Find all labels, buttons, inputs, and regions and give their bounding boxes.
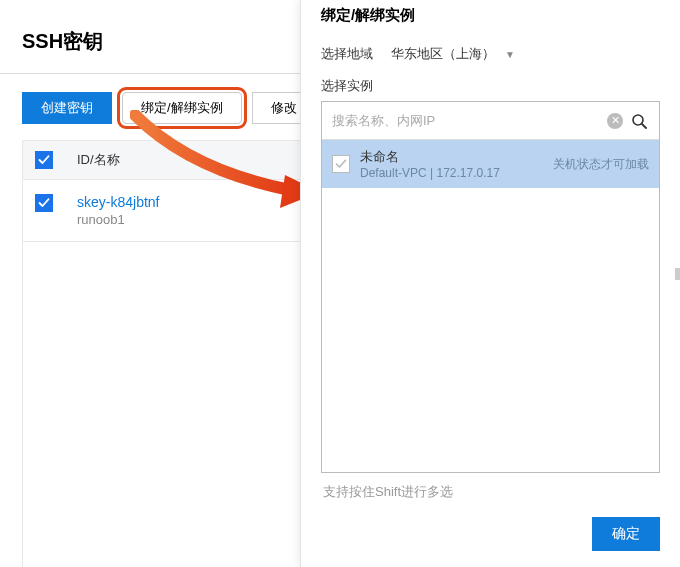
key-name: runoob1	[77, 212, 159, 227]
shift-hint: 支持按住Shift进行多选	[321, 473, 660, 501]
instance-name: 未命名	[360, 148, 553, 166]
clear-search-button[interactable]: ✕	[603, 109, 627, 133]
search-row: ✕	[322, 102, 659, 140]
bind-panel: 绑定/解绑实例 选择地域 华东地区（上海） ▼ 选择实例 ✕	[300, 0, 680, 567]
instance-section-label: 选择实例	[321, 71, 660, 101]
search-button[interactable]	[627, 109, 651, 133]
svg-line-2	[642, 124, 646, 128]
region-value: 华东地区（上海）	[391, 45, 495, 63]
search-input[interactable]	[332, 113, 603, 128]
key-id-link[interactable]: skey-k84jbtnf	[77, 194, 159, 210]
region-row: 选择地域 华东地区（上海） ▼	[321, 37, 660, 71]
panel-title: 绑定/解绑实例	[321, 0, 660, 37]
instance-sub: Default-VPC | 172.17.0.17	[360, 166, 553, 180]
region-select[interactable]: 华东地区（上海） ▼	[391, 45, 515, 63]
search-icon	[631, 113, 647, 129]
instance-hint: 关机状态才可加载	[553, 156, 649, 173]
confirm-button[interactable]: 确定	[592, 517, 660, 551]
close-icon: ✕	[607, 113, 623, 129]
scrollbar-thumb[interactable]	[675, 268, 680, 280]
select-all-checkbox[interactable]	[35, 151, 53, 169]
chevron-down-icon: ▼	[505, 49, 515, 60]
panel-footer: 确定	[321, 501, 660, 567]
cell-id-name: skey-k84jbtnf runoob1	[77, 194, 159, 227]
create-key-button[interactable]: 创建密钥	[22, 92, 112, 124]
bind-unbind-button[interactable]: 绑定/解绑实例	[122, 92, 242, 124]
row-checkbox[interactable]	[35, 194, 53, 212]
instance-meta: 未命名 Default-VPC | 172.17.0.17	[360, 148, 553, 180]
instance-list: 未命名 Default-VPC | 172.17.0.17 关机状态才可加载	[322, 140, 659, 472]
instance-checkbox[interactable]	[332, 155, 350, 173]
instance-box: ✕ 未命名 Default-VPC | 172.17.0.17 关机状态才可加载	[321, 101, 660, 473]
region-label: 选择地域	[321, 45, 391, 63]
column-id-name: ID/名称	[77, 151, 120, 169]
instance-item[interactable]: 未命名 Default-VPC | 172.17.0.17 关机状态才可加载	[322, 140, 659, 188]
